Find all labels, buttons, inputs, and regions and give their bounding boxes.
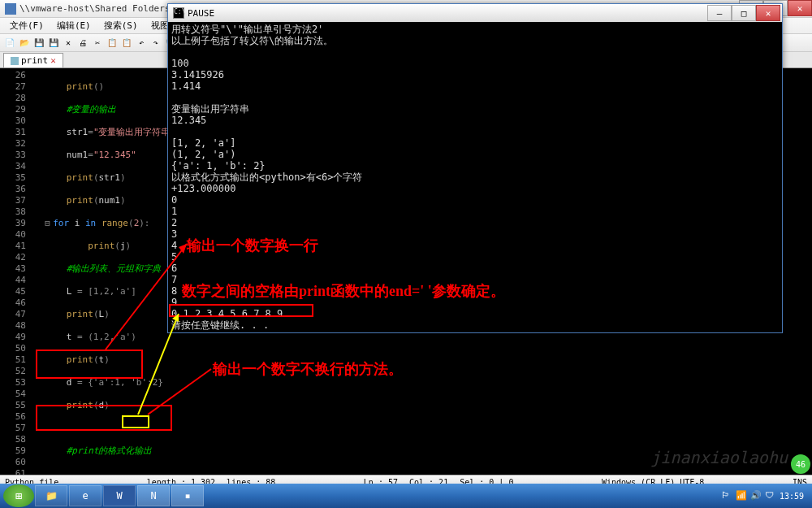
tray-shield-icon[interactable]: 🛡 [765,490,776,501]
close-button[interactable]: ✕ [788,0,812,16]
console-icon: C:\ [173,7,184,19]
menu-edit[interactable]: 编辑(E) [50,18,97,33]
line-gutter: 26 27 28 29 30 31 32 33 34 35 36 37 38 3… [0,68,31,475]
paste-icon[interactable]: 📋 [120,37,133,50]
console-minimize-button[interactable]: — [707,5,732,21]
close-icon[interactable]: ✕ [62,37,75,50]
arrow-3 [143,364,216,421]
open-file-icon[interactable]: 📂 [18,37,31,50]
undo-icon[interactable]: ↶ [135,37,148,50]
tab-print[interactable]: print ✕ [3,53,63,67]
notification-badge[interactable]: 46 [791,454,810,474]
taskbar-notepadpp-icon[interactable]: N [137,485,170,506]
print-icon[interactable]: 🖨 [76,37,89,50]
console-close-button[interactable]: ✕ [756,5,780,21]
save-all-icon[interactable]: 💾 [47,37,60,50]
taskbar-cmd-icon[interactable]: ▪ [171,485,204,506]
new-file-icon[interactable]: 📄 [3,37,16,50]
annotation-3: 输出一个数字不换行的方法。 [213,359,403,379]
cut-icon[interactable]: ✂ [91,37,104,50]
annotation-1: 输出一个数字换一行 [187,236,318,255]
file-type-icon [11,57,19,65]
windows-taskbar[interactable]: ⊞ 📁 e W N ▪ 🏳 📶 🔊 🛡 13:59 [0,484,812,508]
watermark: jinanxiaolaohu [650,448,788,467]
redo-icon[interactable]: ↷ [149,37,162,50]
tab-label: print [21,55,48,66]
tray-network-icon[interactable]: 📶 [736,490,747,501]
annotation-2: 数字之间的空格由print函数中的end=' '参数确定。 [182,281,505,301]
app-icon [5,3,16,15]
console-titlebar[interactable]: C:\ PAUSE — □ ✕ [168,4,782,22]
start-button[interactable]: ⊞ [3,484,34,507]
console-maximize-button[interactable]: □ [732,5,756,21]
copy-icon[interactable]: 📋 [106,37,119,50]
svg-line-4 [148,369,211,415]
taskbar-explorer-icon[interactable]: 📁 [35,485,67,506]
menu-search[interactable]: 搜索(S) [97,18,145,33]
tray-flag-icon[interactable]: 🏳 [721,490,732,501]
save-icon[interactable]: 💾 [32,37,45,50]
taskbar-ie-icon[interactable]: e [69,485,102,506]
tray-volume-icon[interactable]: 🔊 [750,490,762,501]
tab-close-icon[interactable]: ✕ [50,55,56,66]
tray-clock[interactable]: 13:59 [780,492,804,501]
taskbar-word-icon[interactable]: W [103,485,136,506]
console-title: PAUSE [188,8,214,19]
system-tray[interactable]: 🏳 📶 🔊 🛡 13:59 [721,490,809,501]
menu-file[interactable]: 文件(F) [3,18,50,33]
